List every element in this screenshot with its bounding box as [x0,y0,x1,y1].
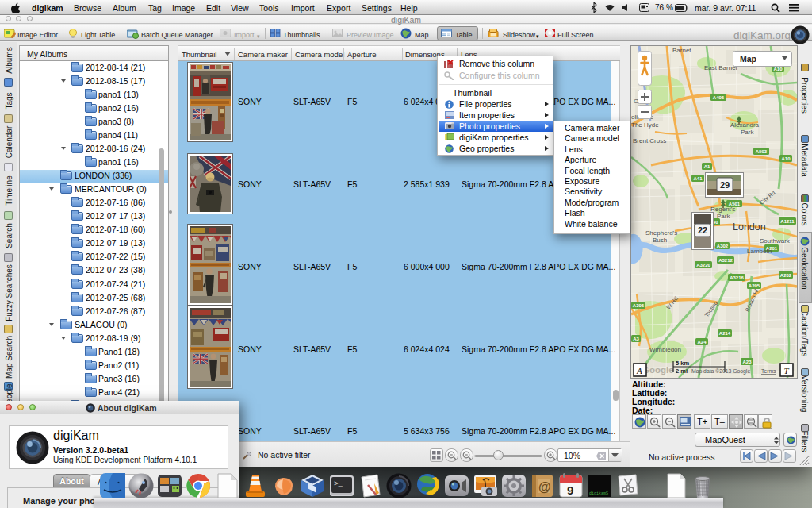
svg-text:Southwark: Southwark [760,237,791,244]
svg-text:A3: A3 [633,337,639,341]
svg-text:Shepherd's: Shepherd's [645,229,677,237]
svg-text:Map data ©2013 Google: Map data ©2013 Google [691,368,750,375]
svg-text:Bush: Bush [653,237,667,244]
svg-text:A302: A302 [717,244,729,248]
svg-text:Wimbledon: Wimbledon [649,346,681,353]
svg-text:A: A [636,366,642,375]
svg-text:29: 29 [720,180,730,190]
svg-text:5 km: 5 km [676,360,689,367]
svg-text:A406: A406 [713,95,725,100]
svg-text:A205: A205 [749,283,760,288]
svg-text:Barnet: Barnet [672,47,691,54]
svg-text:A24: A24 [697,340,707,344]
svg-text:A306: A306 [633,303,645,308]
svg-text:2 mi: 2 mi [676,368,688,375]
svg-text:T: T [784,366,790,375]
svg-text:The Hyde: The Hyde [631,121,659,129]
svg-text:22: 22 [698,225,707,235]
svg-text:A23: A23 [742,360,752,364]
svg-text:A3216: A3216 [730,275,744,280]
svg-text:Alexandra: Alexandra [730,121,760,129]
svg-text:Lambeth: Lambeth [747,248,772,255]
svg-text:A3220: A3220 [696,263,710,267]
svg-text:Google: Google [642,365,674,375]
svg-text:A10: A10 [773,67,783,71]
svg-text:Park: Park [717,213,730,220]
svg-text:A202: A202 [780,273,792,278]
svg-text:Brent Cross: Brent Cross [633,137,666,144]
svg-text:>_: >_ [334,480,343,488]
svg-text:A3212: A3212 [718,258,733,263]
svg-text:A1: A1 [704,164,710,169]
svg-text:digikam$: digikam$ [589,491,608,496]
svg-text:Terms: Terms [761,368,776,374]
svg-text:Park: Park [741,129,754,136]
svg-text:A10: A10 [781,156,791,161]
svg-text:@: @ [538,480,551,494]
svg-text:9: 9 [567,483,573,497]
svg-text:A1211: A1211 [780,219,795,224]
svg-text:A503: A503 [756,149,768,154]
svg-text:Map: Map [740,54,756,64]
svg-text:A214: A214 [719,331,731,336]
svg-text:London: London [733,221,766,233]
svg-text:A41: A41 [693,176,703,181]
